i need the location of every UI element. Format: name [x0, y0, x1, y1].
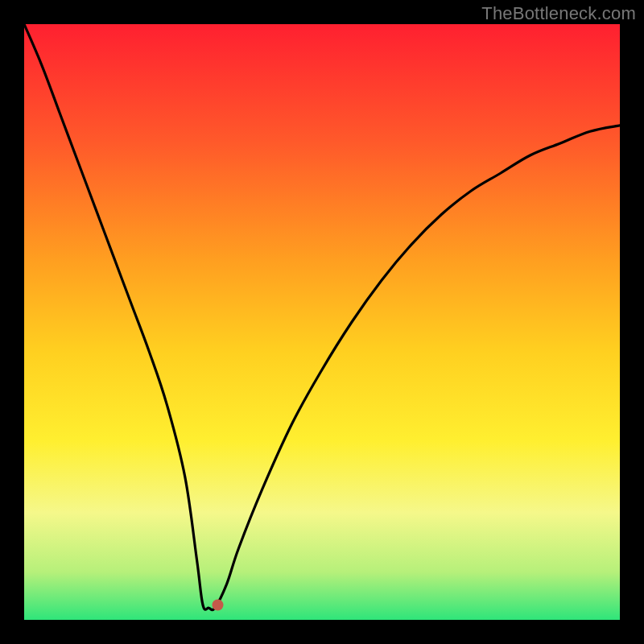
plot-area: [24, 24, 620, 620]
chart-background: [24, 24, 620, 620]
chart-svg: [24, 24, 620, 620]
optimum-point: [213, 600, 224, 611]
attribution-text: TheBottleneck.com: [481, 3, 636, 24]
chart-frame: TheBottleneck.com: [0, 0, 644, 644]
